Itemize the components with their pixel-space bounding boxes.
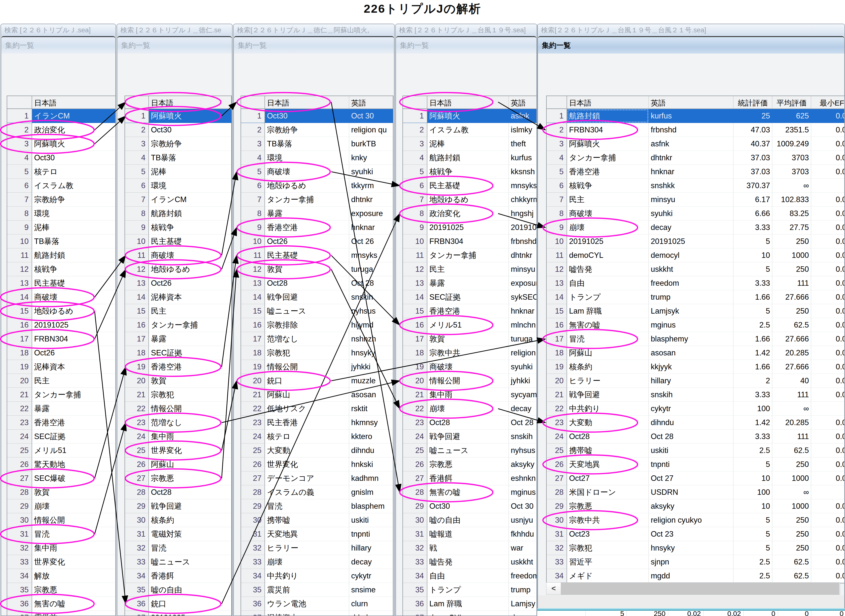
cell-ja[interactable]: FRBN304 bbox=[567, 123, 649, 137]
cell-avg[interactable]: 2351.5 bbox=[772, 123, 811, 137]
table-row[interactable]: 6民主基礎mnsyks bbox=[403, 179, 537, 193]
cell-stat[interactable]: 2.5 bbox=[733, 443, 772, 458]
row-number[interactable]: 2 bbox=[547, 123, 567, 137]
table-row[interactable]: 25嘘ニュースnyhsus bbox=[403, 443, 537, 458]
cell-ja[interactable]: 民主 bbox=[428, 263, 509, 276]
cell-en[interactable]: mginus bbox=[509, 485, 537, 499]
cell-ja[interactable]: Oct28 bbox=[428, 416, 509, 430]
table-row[interactable]: 30嘘の自由usnjyu bbox=[403, 513, 537, 527]
scroll-left-button[interactable]: < bbox=[547, 583, 561, 595]
cell-ja[interactable]: 民主基礎 bbox=[265, 248, 349, 263]
table-row[interactable]: 30携帯嘘uskiti bbox=[241, 513, 393, 527]
cell-avg[interactable]: 250 bbox=[772, 263, 811, 276]
cell-ja[interactable]: 戦争回避 bbox=[265, 290, 349, 304]
cell-ja[interactable]: 宗教犯 bbox=[567, 541, 649, 555]
row-number[interactable]: 9 bbox=[403, 220, 428, 235]
cell-en[interactable]: aksyky bbox=[509, 458, 537, 471]
row-number[interactable]: 36 bbox=[403, 597, 428, 611]
row-number[interactable]: 15 bbox=[547, 304, 567, 318]
row-number[interactable]: 8 bbox=[403, 207, 428, 220]
cell-en[interactable]: Oct 30 bbox=[349, 109, 393, 123]
cell-en[interactable]: mnsyks bbox=[349, 248, 393, 263]
cell-ja[interactable]: 泥棒 bbox=[149, 165, 231, 179]
table-row[interactable]: 11民主基礎mnsyks bbox=[241, 248, 393, 263]
cell-ja[interactable]: Oct26 bbox=[149, 276, 231, 290]
cell-en[interactable]: sykSEC bbox=[509, 290, 537, 304]
cell-ja[interactable]: イスラムの義 bbox=[265, 485, 349, 499]
row-number[interactable]: 6 bbox=[547, 179, 567, 193]
cell-en[interactable]: nyhsus bbox=[349, 304, 393, 318]
cell-avg[interactable]: 20.285 bbox=[772, 416, 811, 430]
row-number[interactable]: 22 bbox=[7, 402, 32, 416]
table-row[interactable]: 9崩壊decay3.3327.750.06 bbox=[547, 220, 845, 235]
cell-ja[interactable]: 20191025 bbox=[149, 611, 231, 616]
cell-ja[interactable]: 民主基礎 bbox=[428, 179, 509, 193]
cell-en[interactable]: syuhki bbox=[509, 360, 537, 374]
cell-ja[interactable]: 核戦争 bbox=[149, 220, 231, 235]
row-number[interactable]: 14 bbox=[7, 290, 32, 304]
cell-ja[interactable]: 崩壊 bbox=[567, 220, 649, 235]
cell-ja[interactable]: 香港空港 bbox=[32, 416, 116, 430]
cell-stat[interactable]: 3.33 bbox=[733, 276, 772, 290]
cell-ja[interactable]: タンカー拿捕 bbox=[32, 388, 116, 402]
cell-ja[interactable]: 航路封鎖 bbox=[149, 207, 231, 220]
table-row[interactable]: 18SEC証拠 bbox=[125, 346, 231, 360]
table-row[interactable]: 13暴露exposure bbox=[403, 276, 537, 290]
cell-en[interactable]: mlnchn bbox=[509, 318, 537, 332]
cell-stat[interactable]: 5 bbox=[733, 541, 772, 555]
cell-stat[interactable]: 2.5 bbox=[733, 569, 772, 583]
cell-en[interactable]: religion cyukyo bbox=[649, 513, 733, 527]
cell-stat[interactable]: 37.03 bbox=[733, 165, 772, 179]
cell-en[interactable]: blasphem bbox=[349, 499, 393, 513]
row-number[interactable]: 13 bbox=[547, 276, 567, 290]
cell-en[interactable]: asfnk bbox=[509, 109, 537, 123]
row-number[interactable]: 18 bbox=[403, 346, 428, 360]
cell-ja[interactable]: 泥棒資本 bbox=[265, 611, 349, 616]
cell-en[interactable]: religion qu bbox=[349, 123, 393, 137]
cell-en[interactable]: cykytr bbox=[649, 402, 733, 416]
table-row[interactable]: 3宗教紛争 bbox=[125, 137, 231, 151]
cell-avg[interactable]: 27.666 bbox=[772, 290, 811, 304]
cell-stat[interactable]: 1.42 bbox=[733, 346, 772, 360]
cell-en[interactable]: democyl bbox=[649, 248, 733, 263]
row-number[interactable]: 3 bbox=[403, 137, 428, 151]
row-number[interactable]: 19 bbox=[241, 360, 265, 374]
row-number[interactable]: 15 bbox=[403, 304, 428, 318]
table-row[interactable]: 27Oct27Oct 271010000.01 bbox=[547, 471, 845, 485]
cell-ja[interactable]: 冒涜 bbox=[567, 332, 649, 346]
row-number[interactable]: 26 bbox=[7, 458, 32, 471]
table-row[interactable]: 24Oct28Oct 283.331110.03 bbox=[547, 430, 845, 443]
row-number[interactable]: 12 bbox=[241, 263, 265, 276]
cell-avg[interactable]: 62.5 bbox=[772, 569, 811, 583]
cell-ja[interactable]: FRBN304 bbox=[32, 332, 116, 346]
cell-en[interactable]: snskih bbox=[509, 430, 537, 443]
cell-en[interactable]: gnislm bbox=[349, 485, 393, 499]
table-row[interactable]: 7タンカー拿捕dhtnkr bbox=[241, 193, 393, 207]
cell-avg[interactable]: 27.75 bbox=[772, 220, 811, 235]
cell-avg[interactable]: 250 bbox=[772, 541, 811, 555]
table-row[interactable]: 29崩壊 bbox=[7, 499, 116, 513]
table-row[interactable]: 19泥棒資本 bbox=[7, 360, 116, 374]
cell-ja[interactable]: Oct28 bbox=[567, 430, 649, 443]
table-row[interactable]: 9核戦争 bbox=[125, 220, 231, 235]
cell-en[interactable]: kkjyyk bbox=[649, 360, 733, 374]
cell-ja[interactable]: 商破壊 bbox=[32, 290, 116, 304]
row-number[interactable]: 25 bbox=[403, 443, 428, 458]
cell-ja[interactable]: 民主 bbox=[149, 304, 231, 318]
cell-en[interactable]: islmky bbox=[509, 123, 537, 137]
table-row[interactable]: 29戦争回避 bbox=[125, 499, 231, 513]
row-number[interactable]: 37 bbox=[241, 611, 265, 616]
table-row[interactable]: 11商破壊 bbox=[125, 248, 231, 263]
cell-avg[interactable]: 1009.249 bbox=[772, 137, 811, 151]
row-number[interactable]: 22 bbox=[403, 402, 428, 416]
cell-en[interactable]: hillary bbox=[349, 541, 393, 555]
cell-ja[interactable]: 大変動 bbox=[265, 443, 349, 458]
cell-ja[interactable]: 核条約 bbox=[149, 513, 231, 527]
row-number[interactable]: 24 bbox=[547, 430, 567, 443]
cell-ja[interactable]: 范増なし bbox=[149, 416, 231, 430]
cell-ja[interactable]: 解放 bbox=[32, 569, 116, 583]
row-number[interactable]: 14 bbox=[241, 290, 265, 304]
cell-avg[interactable]: 27.666 bbox=[772, 360, 811, 374]
row-number[interactable]: 33 bbox=[241, 555, 265, 569]
table-row[interactable]: 20ヒラリーhillary2400.05 bbox=[547, 374, 845, 388]
